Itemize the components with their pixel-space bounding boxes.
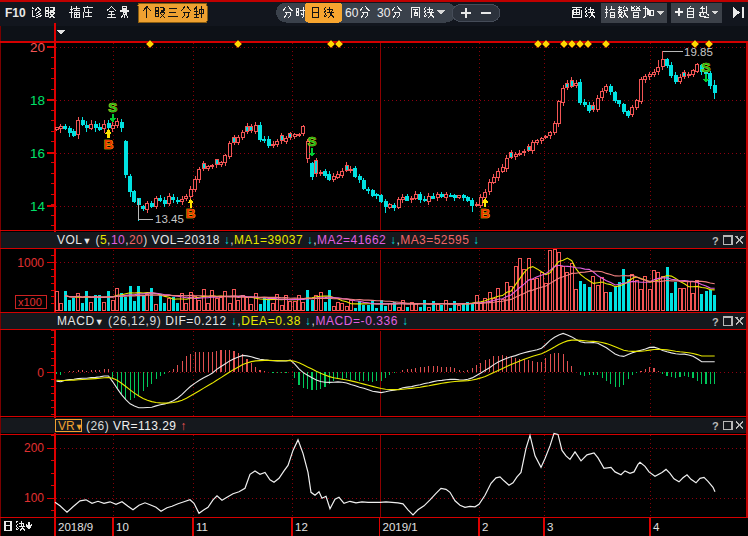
svg-text:10: 10	[116, 521, 129, 533]
svg-text:13.45: 13.45	[155, 213, 184, 225]
svg-text:x100: x100	[18, 296, 42, 308]
svg-text:20: 20	[30, 40, 45, 55]
svg-text:S: S	[307, 134, 316, 149]
svg-text:?: ?	[712, 235, 719, 247]
svg-text:2: 2	[482, 521, 488, 533]
svg-text:3: 3	[547, 521, 553, 533]
svg-text:B: B	[186, 206, 196, 221]
svg-text:18: 18	[30, 93, 45, 108]
svg-text:VOL▼ (5,10,20) VOL=20318 ↓,M: VOL▼ (5,10,20) VOL=20318 ↓,MA1=39037 ↓,M…	[57, 233, 480, 247]
svg-text:?: ?	[712, 316, 719, 328]
svg-text:12: 12	[295, 521, 308, 533]
svg-text:F10: F10	[5, 6, 26, 20]
svg-text:?: ?	[712, 420, 719, 432]
svg-text:B: B	[480, 206, 490, 221]
svg-text:100: 100	[24, 491, 44, 505]
svg-text:2019/1: 2019/1	[383, 521, 418, 533]
svg-text:B: B	[104, 137, 114, 152]
svg-text:0: 0	[37, 366, 44, 380]
svg-text:(26) VR=113.29 ↑: (26) VR=113.29 ↑	[86, 419, 187, 433]
svg-text:11: 11	[196, 521, 208, 533]
svg-text:VR▼: VR▼	[58, 419, 84, 433]
svg-text:60: 60	[345, 6, 359, 20]
svg-text:MACD▼ (26,12,9) DIF=0.212 ↓: MACD▼ (26,12,9) DIF=0.212 ↓,DEA=0.38 ↓,M…	[57, 314, 409, 328]
svg-text:19.85: 19.85	[684, 46, 713, 58]
svg-text:2018/9: 2018/9	[58, 521, 93, 533]
svg-text:200: 200	[24, 441, 44, 455]
svg-text:S: S	[108, 100, 117, 115]
svg-text:1000: 1000	[17, 256, 44, 270]
svg-text:30: 30	[377, 6, 391, 20]
svg-text:S: S	[701, 60, 710, 75]
svg-text:14: 14	[30, 199, 46, 214]
svg-text:16: 16	[30, 146, 45, 161]
svg-text:4: 4	[653, 521, 660, 533]
